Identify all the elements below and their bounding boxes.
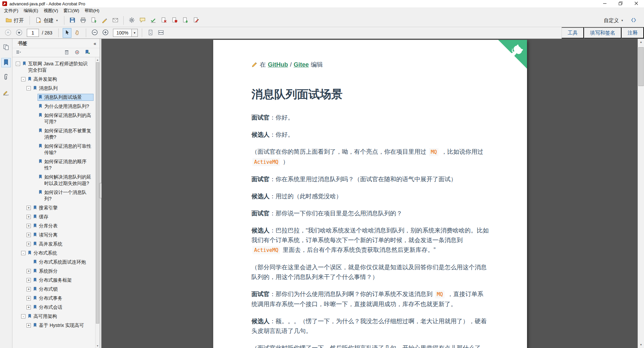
hand-tool-button[interactable]: [73, 28, 82, 38]
restore-button[interactable]: [612, 0, 628, 7]
bookmark-item[interactable]: 如何保证消息不被重复消费?: [12, 126, 95, 142]
collapse-panel-icon[interactable]: «: [94, 41, 96, 46]
bookmark-item[interactable]: -消息队列: [12, 84, 95, 93]
toolbar-separator: [30, 16, 30, 25]
scroll-down-icon[interactable]: ▼: [638, 342, 644, 348]
github-link[interactable]: GitHub: [268, 61, 288, 68]
doc-stamp-button[interactable]: [191, 16, 201, 25]
fit-width-button[interactable]: [157, 28, 165, 38]
bookmark-toggle-icon[interactable]: +: [26, 278, 31, 282]
bookmark-item[interactable]: +搜索引擎: [12, 203, 95, 212]
bookmarks-scrollbar[interactable]: ▲ ▼: [95, 57, 100, 348]
bookmark-item[interactable]: 分布式系统面试连环炮: [12, 258, 95, 267]
previous-page-button[interactable]: [3, 28, 13, 38]
sidebar-bookmarks-button[interactable]: [1, 58, 11, 67]
document-scrollbar[interactable]: ▲ ▼: [638, 39, 644, 348]
next-page-button[interactable]: [14, 28, 24, 38]
zoom-in-button[interactable]: [101, 28, 110, 38]
scroll-up-icon[interactable]: ▲: [96, 57, 100, 62]
bookmark-item[interactable]: -分布式系统: [12, 249, 95, 258]
bookmark-toggle-icon[interactable]: -: [16, 62, 20, 66]
open-button[interactable]: 打开: [3, 16, 26, 25]
zoom-out-button[interactable]: [90, 28, 99, 38]
gitee-link[interactable]: Gitee: [294, 61, 309, 68]
customize-button[interactable]: 自定义 ▼: [601, 16, 626, 25]
bookmark-item[interactable]: +读写分离: [12, 230, 95, 239]
sidebar-signatures-button[interactable]: [1, 88, 11, 97]
bookmark-item[interactable]: 如何保证消息的可靠性传输?: [12, 142, 95, 157]
bookmark-toggle-icon[interactable]: +: [26, 206, 31, 210]
bookmark-item[interactable]: -高并发架构: [12, 75, 95, 84]
doc-protect-button[interactable]: [170, 16, 179, 25]
bookmark-item[interactable]: +系统拆分: [12, 267, 95, 276]
bookmark-item[interactable]: +高并发系统: [12, 239, 95, 249]
bookmark-item[interactable]: 如何保证消息的顺序性?: [12, 157, 95, 172]
bookmark-item[interactable]: +缓存: [12, 212, 95, 221]
bookmark-toggle-icon[interactable]: +: [26, 215, 31, 219]
github-corner-ribbon[interactable]: [498, 40, 527, 69]
bookmark-item[interactable]: +分布式会话: [12, 303, 95, 312]
scroll-view-button[interactable]: [146, 28, 155, 38]
bookmark-toggle-icon[interactable]: -: [21, 251, 25, 255]
comment-button[interactable]: [138, 16, 147, 25]
menu-file[interactable]: 文件(F): [1, 7, 21, 14]
bookmark-toggle-icon[interactable]: +: [26, 233, 31, 237]
sidebar-attachments-button[interactable]: [1, 73, 11, 82]
bookmark-item[interactable]: 如何设计一个消息队列?: [12, 188, 95, 203]
bookmark-toggle-icon[interactable]: +: [26, 224, 31, 228]
bookmark-toggle-icon[interactable]: +: [26, 242, 31, 246]
fill-sign-tab[interactable]: 填写和签名: [584, 27, 622, 39]
create-button[interactable]: 创建 ▼: [33, 16, 61, 25]
bookmark-item[interactable]: +分布式事务: [12, 294, 95, 303]
bookmark-toggle-icon[interactable]: +: [26, 305, 31, 309]
bookmark-options-button[interactable]: [15, 49, 22, 57]
share-button[interactable]: [89, 16, 99, 25]
close-button[interactable]: [628, 0, 644, 7]
fill-sign-button[interactable]: [149, 16, 158, 25]
expand-toolbar-button[interactable]: [629, 16, 638, 25]
bookmark-item[interactable]: +分布式服务框架: [12, 276, 95, 285]
scroll-down-icon[interactable]: ▼: [96, 343, 100, 348]
bookmark-item[interactable]: -互联网 Java 工程师进阶知识完全扫盲: [12, 59, 95, 75]
bookmark-toggle-icon[interactable]: +: [26, 287, 31, 291]
doc-share-button[interactable]: [181, 16, 190, 25]
bookmark-item[interactable]: 消息队列面试场景: [12, 93, 95, 102]
bookmark-item[interactable]: -高可用架构: [12, 312, 95, 321]
doc-reject-button[interactable]: [159, 16, 169, 25]
document-scrollbar-thumb[interactable]: [638, 47, 644, 86]
bookmark-item[interactable]: +基于 Hystrix 实现高可: [12, 321, 95, 330]
gear-button[interactable]: [127, 16, 136, 25]
bookmark-item[interactable]: 如何保证消息队列的高可用?: [12, 111, 95, 126]
chevron-down-icon[interactable]: ▼: [131, 29, 137, 37]
minimize-button[interactable]: [597, 0, 612, 7]
bookmark-item[interactable]: +分库分表: [12, 221, 95, 230]
print-button[interactable]: [78, 16, 88, 25]
zoom-level-select[interactable]: 100% ▼: [113, 29, 138, 37]
menu-view[interactable]: 视图(V): [41, 7, 61, 14]
menu-edit[interactable]: 编辑(E): [21, 7, 41, 14]
set-destination-button[interactable]: [74, 49, 80, 57]
bookmark-toggle-icon[interactable]: +: [26, 323, 31, 328]
bookmark-toggle-icon[interactable]: +: [26, 296, 31, 300]
scroll-up-icon[interactable]: ▲: [638, 39, 644, 45]
tools-tab[interactable]: 工具: [562, 27, 584, 39]
bookmark-toggle-icon[interactable]: -: [26, 86, 31, 90]
sidebar-page-thumbnails-button[interactable]: [1, 43, 11, 52]
page-number-input[interactable]: [27, 29, 39, 37]
menu-window[interactable]: 窗口(W): [61, 7, 82, 14]
bookmark-item[interactable]: 为什么使用消息队列?: [12, 102, 95, 111]
bookmark-toggle-icon[interactable]: -: [21, 314, 25, 319]
bookmark-toggle-icon[interactable]: -: [21, 77, 25, 81]
delete-bookmark-button[interactable]: [63, 49, 70, 57]
select-tool-button[interactable]: [63, 28, 71, 38]
bookmark-item[interactable]: 如何解决消息队列的延时以及过期失效问题?: [12, 172, 95, 188]
email-button[interactable]: [111, 16, 120, 25]
bookmark-item[interactable]: +分布式锁: [12, 285, 95, 294]
bookmarks-scrollbar-thumb[interactable]: [96, 62, 99, 324]
new-bookmark-button[interactable]: [84, 49, 91, 57]
save-button[interactable]: [68, 16, 77, 25]
menu-help[interactable]: 帮助(H): [82, 7, 102, 14]
sign-button[interactable]: [100, 16, 109, 25]
bookmark-toggle-icon[interactable]: +: [26, 269, 31, 273]
comment-tab[interactable]: 注释: [622, 27, 644, 39]
